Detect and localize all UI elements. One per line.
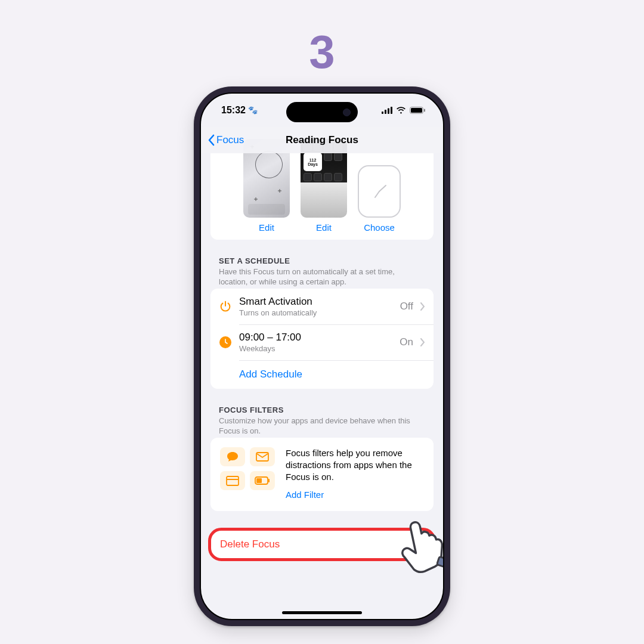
svg-rect-2 [388,109,389,114]
smart-activation-value: Off [400,301,413,312]
lock-screen-label: Edit [259,222,274,233]
svg-line-8 [375,191,379,197]
filters-card: Focus filters help you remove distractio… [210,438,434,511]
calendar-filter-icon [220,471,245,490]
watch-thumb [358,165,401,218]
step-number: 3 [0,25,644,79]
svg-rect-5 [411,108,422,113]
content-scroll[interactable]: Edit 112Days Edit Choose [201,94,443,619]
schedule-header: SET A SCHEDULE Have this Focus turn on a… [210,240,434,289]
smart-activation-row[interactable]: Smart Activation Turns on automatically … [210,289,434,324]
time-schedule-value: On [400,336,413,348]
home-indicator[interactable] [282,611,362,614]
filters-header: FOCUS FILTERS Customize how your apps an… [210,389,434,438]
chevron-right-icon [420,338,425,346]
svg-rect-14 [256,478,262,483]
time-schedule-sub: Weekdays [239,344,392,353]
messages-filter-icon [220,447,245,466]
filters-description: Focus filters help you remove distractio… [286,447,424,484]
smart-activation-sub: Turns on automatically [239,308,393,317]
schedule-subtitle: Have this Focus turn on automatically at… [219,267,425,287]
filters-subtitle: Customize how your apps and device behav… [219,416,425,436]
chevron-left-icon [207,134,215,146]
status-time: 15:32 🐾 [221,105,258,116]
smart-activation-title: Smart Activation [239,296,393,308]
watch-label: Choose [364,222,395,233]
mail-filter-icon [250,447,275,466]
svg-rect-0 [382,112,383,114]
svg-rect-11 [227,476,239,485]
svg-line-7 [379,185,386,191]
dynamic-island [286,102,358,122]
svg-rect-3 [391,107,392,114]
nav-bar: Focus Reading Focus [201,127,443,153]
customize-screens-card: Edit 112Days Edit Choose [210,139,434,240]
power-icon [219,300,232,313]
add-filter-button[interactable]: Add Filter [286,489,424,501]
battery-filter-icon [250,471,275,490]
home-screen-label: Edit [316,222,332,233]
schedule-card: Smart Activation Turns on automatically … [210,289,434,389]
svg-rect-6 [424,109,425,112]
back-button[interactable]: Focus [201,134,244,146]
delete-section: Delete Focus [210,530,434,559]
filter-icons-grid [220,447,275,490]
tap-hand-icon [386,504,443,575]
phone-frame: 15:32 🐾 Focus Reading Focus Ed [194,86,450,626]
filters-text: Focus filters help you remove distractio… [286,447,424,501]
svg-rect-1 [385,110,386,114]
add-schedule-row[interactable]: Add Schedule [210,360,434,389]
time-schedule-row[interactable]: 09:00 – 17:00 Weekdays On [210,324,434,360]
svg-rect-15 [268,479,270,482]
filters-title: FOCUS FILTERS [219,405,425,414]
wifi-icon [396,107,406,114]
watch-face-option[interactable]: Choose [358,165,401,233]
cellular-icon [382,107,392,114]
status-indicators [382,107,425,114]
phone-screen: 15:32 🐾 Focus Reading Focus Ed [200,92,444,620]
clock-icon [219,336,232,349]
schedule-title: SET A SCHEDULE [219,256,425,265]
back-label: Focus [216,134,244,146]
battery-icon [410,107,425,114]
add-schedule-label: Add Schedule [239,369,302,380]
chevron-right-icon [420,302,425,311]
time-schedule-title: 09:00 – 17:00 [239,332,392,343]
